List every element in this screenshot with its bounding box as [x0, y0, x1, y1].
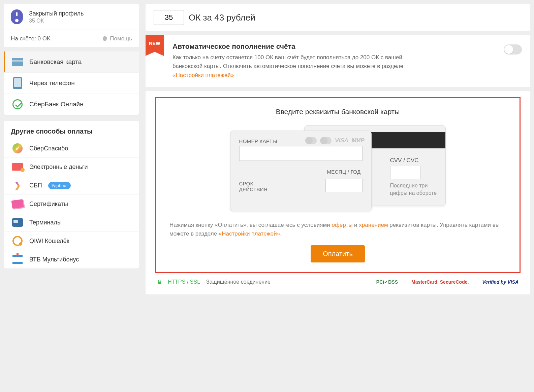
lock-icon [157, 279, 162, 285]
help-link[interactable]: Помощь [102, 35, 132, 42]
ok-amount-input[interactable] [154, 10, 184, 25]
sberspasibo-icon [12, 143, 23, 153]
payment-settings-link-2[interactable]: «Настройки платежей» [219, 230, 280, 237]
card-front: VISA МИР НОМЕР КАРТЫ СРОК ДЕЙСТВИЯ МЕСЯЦ… [230, 131, 372, 211]
method-sberbank-online[interactable]: СберБанк Онлайн [4, 94, 139, 115]
auto-refill-block: NEW Автоматическое пополнение счёта Как … [146, 35, 530, 87]
profile-block: Закрытый профиль 35 ОК [4, 4, 139, 30]
maestro-icon [320, 137, 332, 144]
method-sbp[interactable]: ❯ СБП Удобно! [4, 176, 139, 194]
card-form-title: Введите реквизиты банковской карты [169, 108, 506, 116]
mastercard-icon [305, 137, 317, 144]
method-bank-card[interactable]: Банковская карта [4, 51, 139, 72]
ok-price-label: ОК за 43 рублей [189, 12, 255, 23]
storage-link[interactable]: хранением [359, 222, 388, 228]
account-balance: На счёте: 0 ОК [11, 35, 50, 42]
wallet-icon [12, 163, 23, 171]
card-icon [12, 58, 23, 66]
sber-icon [12, 99, 23, 109]
method-emoney[interactable]: Электронные деньги [4, 157, 139, 176]
sbp-badge: Удобно! [48, 182, 71, 189]
cvv-hint: Последние три цифры на обороте [390, 182, 437, 197]
method-phone[interactable]: Через телефон [4, 72, 139, 94]
auto-refill-title: Автоматическое пополнение счёта [172, 42, 521, 50]
amount-row: ОК за 43 рублей [146, 4, 530, 31]
expiry-input[interactable] [325, 179, 363, 192]
method-vtb[interactable]: ВТБ Мультибонус [4, 250, 139, 269]
expiry-label-2: ДЕЙСТВИЯ [239, 186, 268, 192]
payment-settings-link[interactable]: «Настройки платежей» [172, 72, 234, 78]
agreement-text: Нажимая кнопку «Оплатить», вы соглашаете… [169, 221, 506, 239]
security-row: HTTPS / SSL Защищённое соединение PCi✓DS… [155, 273, 521, 286]
mastercard-securecode-logo: MasterCard. SecureCode. [411, 279, 469, 285]
shield-icon [102, 36, 108, 42]
offer-link[interactable]: оферты [332, 222, 352, 228]
method-certificates[interactable]: Сертификаты [4, 194, 139, 213]
certificate-icon [11, 199, 24, 209]
new-ribbon: NEW [146, 35, 164, 52]
cvv-input[interactable] [390, 166, 420, 179]
other-methods-title: Другие способы оплаты [4, 121, 139, 139]
terminal-icon [12, 218, 23, 227]
phone-icon [13, 77, 22, 89]
https-label: HTTPS / SSL [168, 279, 200, 285]
profile-balance-sub: 35 ОК [29, 18, 84, 24]
auto-refill-toggle[interactable] [504, 44, 522, 55]
secure-connection-label: Защищённое соединение [206, 279, 271, 285]
visa-logo: VISA [335, 137, 348, 144]
qiwi-icon [12, 236, 23, 246]
gift-icon [12, 255, 23, 264]
expiry-label-1: СРОК [239, 181, 268, 186]
verified-by-visa-logo: Verified by VISA [482, 279, 519, 285]
method-terminals[interactable]: Терминалы [4, 213, 139, 231]
method-qiwi[interactable]: QIWI Кошелёк [4, 231, 139, 250]
card-brand-logos: VISA МИР [305, 137, 364, 144]
profile-name: Закрытый профиль [29, 10, 84, 17]
card-number-input[interactable] [239, 146, 363, 161]
month-year-label: МЕСЯЦ / ГОД [325, 169, 363, 175]
card-form-frame: Введите реквизиты банковской карты CVV /… [155, 97, 521, 273]
method-sberspasibo[interactable]: СберСпасибо [4, 139, 139, 157]
profile-icon [11, 9, 23, 24]
sbp-icon: ❯ [14, 181, 21, 190]
cvv-label: CVV / CVC [390, 157, 437, 164]
mir-logo: МИР [352, 137, 365, 144]
auto-refill-desc: Как только на счету останется 100 ОК ваш… [172, 53, 408, 80]
pay-button[interactable]: Оплатить [311, 245, 365, 262]
pci-dss-logo: PCi✓DSS [376, 279, 398, 285]
